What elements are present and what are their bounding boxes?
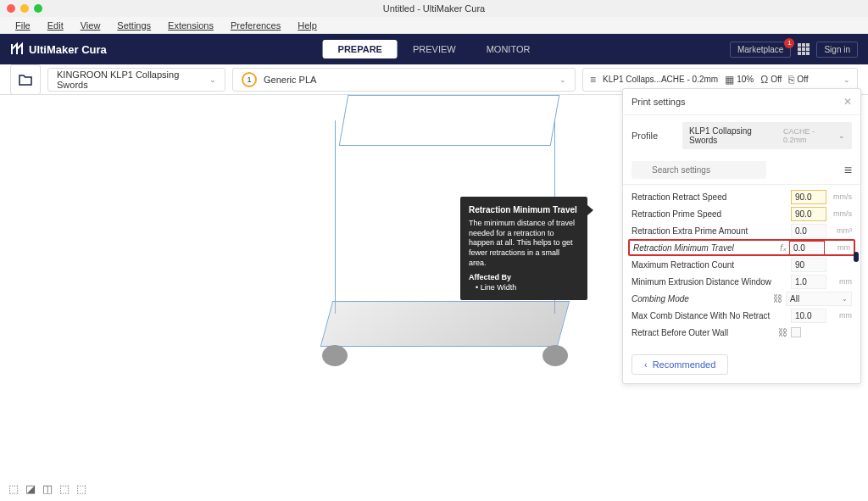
hamburger-icon[interactable]: ≡ [844,163,852,178]
search-row: ⌕ ≡ [623,156,860,185]
logo-text: UltiMaker Cura [29,43,107,56]
view-icon-1[interactable]: ⬚ [8,482,20,494]
profile-name: KLP1 Collapsing Swords [689,126,780,145]
settings-panel-title: Print settings [632,97,686,107]
tooltip-title: Retraction Minimum Travel [469,205,579,214]
setting-unit: mm/s [826,192,852,201]
grid-icon[interactable] [798,43,810,55]
link-icon[interactable]: ⛓ [778,327,787,337]
topbar-right: Marketplace 1 Sign in [730,42,858,58]
setting-tooltip: Retraction Minimum Travel The minimum di… [460,197,587,300]
recommended-label: Recommended [653,359,716,370]
printer-dropdown[interactable]: KINGROON KLP1 Collapsing Swords ⌄ [47,68,225,92]
app-logo: UltiMaker Cura [10,42,107,56]
menu-view[interactable]: View [72,19,109,32]
setting-unit: mm/s [826,209,852,218]
view-icon-4[interactable]: ⬚ [59,482,71,494]
setting-row: Retraction Extra Prime Amount0.0mm³ [623,222,860,239]
link-icon[interactable]: ⛓ [773,293,782,303]
setting-row: Retract Before Outer Wall⛓ [623,324,860,341]
marketplace-badge: 1 [784,38,794,48]
extruder-icon: 1 [242,72,257,87]
setting-label: Retraction Extra Prime Amount [632,226,791,236]
titlebar: Untitled - UltiMaker Cura [0,0,868,17]
setting-row: Retraction Prime Speed90.0mm/s [623,205,860,222]
setting-row: Retraction Minimum Travelfₓ0.0mm [628,239,855,256]
window-title: Untitled - UltiMaker Cura [383,3,485,14]
setting-label: Retraction Minimum Travel [633,243,780,253]
topbar: UltiMaker Cura PREPARE PREVIEW MONITOR M… [0,34,868,64]
marketplace-button[interactable]: Marketplace 1 [730,42,791,58]
setting-label: Max Comb Distance With No Retract [632,311,791,320]
close-icon[interactable]: ✕ [843,96,852,108]
view-icon-5[interactable]: ⬚ [76,482,88,494]
setting-unit: mm [826,311,852,320]
printer-name: KINGROON KLP1 Collapsing Swords [57,70,209,90]
setting-row: Combing Mode⛓All⌄ [623,290,860,307]
setting-value-input[interactable]: 10.0 [791,309,826,323]
setting-label: Combing Mode [632,294,773,303]
chevron-left-icon: ‹ [644,359,648,370]
setting-label: Maximum Retraction Count [632,260,791,270]
view-icon-2[interactable]: ◪ [25,482,37,494]
chevron-down-icon: ⌄ [843,75,850,84]
minimize-window-button[interactable] [20,4,29,13]
support-icon: Ω [760,74,768,86]
setting-value-input[interactable]: 1.0 [791,275,826,289]
setting-value-input[interactable]: 90.0 [791,207,826,221]
recommended-button[interactable]: ‹ Recommended [632,354,728,375]
chevron-down-icon: ⌄ [559,75,566,84]
signin-button[interactable]: Sign in [816,42,858,58]
menubar: File Edit View Settings Extensions Prefe… [0,17,868,34]
profile-row: Profile KLP1 Collapsing Swords CACHE - 0… [623,115,860,156]
setting-unit: mm³ [826,226,852,235]
view-icon-3[interactable]: ◫ [42,482,54,494]
setting-row: Max Comb Distance With No Retract10.0mm [623,307,860,324]
search-input[interactable] [632,161,766,179]
setting-value-input[interactable]: 0.0 [789,241,825,255]
tooltip-body: The minimum distance of travel needed fo… [469,219,579,268]
infill-value: 10% [737,75,754,84]
menu-help[interactable]: Help [289,19,326,32]
profile-dropdown[interactable]: KLP1 Collapsing Swords CACHE - 0.2mm ⌄ [682,122,852,149]
close-window-button[interactable] [7,4,15,13]
maximize-window-button[interactable] [34,4,42,13]
top-tabs: PREPARE PREVIEW MONITOR [323,40,546,58]
view-mode-icons: ⬚ ◪ ◫ ⬚ ⬚ [8,482,88,494]
menu-settings[interactable]: Settings [108,19,159,32]
settings-panel-header: Print settings ✕ [623,89,860,115]
marketplace-label: Marketplace [737,45,783,54]
setting-dropdown[interactable]: All⌄ [786,292,852,306]
profile-label: Profile [632,131,674,141]
menu-extensions[interactable]: Extensions [159,19,222,32]
tab-preview[interactable]: PREVIEW [398,40,471,58]
setting-unit: mm [825,243,850,252]
material-name: Generic PLA [264,75,316,85]
profile-summary: KLP1 Collaps...ACHE - 0.2mm [603,75,718,84]
chevron-down-icon: ⌄ [838,131,845,140]
setting-label: Retraction Retract Speed [632,192,791,202]
menu-file[interactable]: File [7,19,39,32]
setting-label: Minimum Extrusion Distance Window [632,277,791,287]
setting-value-input[interactable]: 90.0 [791,190,826,204]
setting-value-input[interactable]: 0.0 [791,224,826,238]
open-file-button[interactable] [10,64,41,95]
settings-list: Retraction Retract Speed90.0mm/sRetracti… [623,185,860,348]
scrollbar-thumb[interactable] [854,252,859,262]
menu-edit[interactable]: Edit [39,19,72,32]
tab-monitor[interactable]: MONITOR [471,40,546,58]
setting-value-input[interactable]: 90 [791,258,826,272]
material-dropdown[interactable]: 1 Generic PLA ⌄ [232,68,576,92]
tooltip-affected-item: • Line Width [469,283,579,292]
adhesion-value: Off [797,75,808,84]
fx-icon[interactable]: fₓ [780,243,786,253]
chevron-down-icon: ⌄ [209,75,216,84]
setting-row: Minimum Extrusion Distance Window1.0mm [623,273,860,290]
tooltip-affected-title: Affected By [469,273,579,281]
setting-checkbox[interactable] [791,327,801,337]
setting-unit: mm [826,277,852,286]
support-value: Off [771,75,782,84]
setting-label: Retraction Prime Speed [632,209,791,219]
menu-preferences[interactable]: Preferences [222,19,289,32]
tab-prepare[interactable]: PREPARE [323,40,398,58]
